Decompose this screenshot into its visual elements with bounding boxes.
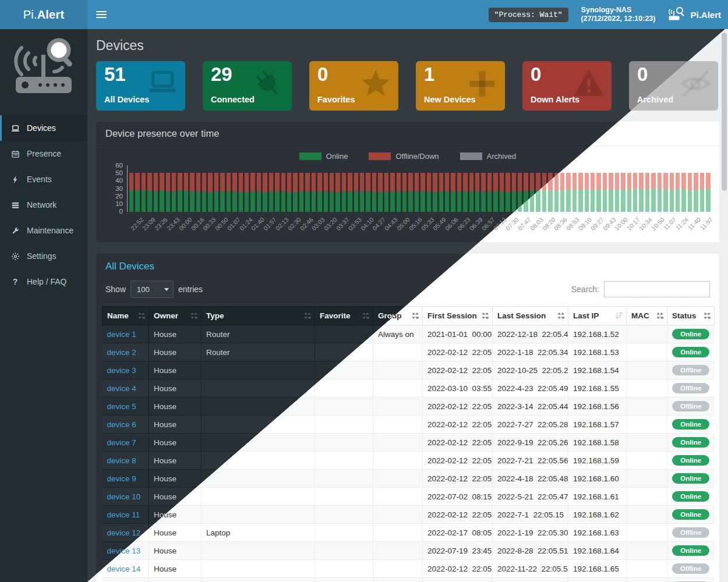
column-header-type[interactable]: Type xyxy=(202,307,315,325)
legend-item-online[interactable]: Online xyxy=(299,152,348,161)
device-name-link[interactable]: device 14 xyxy=(107,565,141,573)
device-name-link[interactable]: device 6 xyxy=(107,420,136,429)
presence-bar xyxy=(500,173,504,212)
device-name-link[interactable]: device 9 xyxy=(107,474,136,483)
x-axis-label-cell: 04:10 xyxy=(359,212,371,241)
favorite-cell xyxy=(315,542,373,560)
column-header-mac[interactable]: MAC xyxy=(627,307,667,325)
table-row: device 5House2022-02-12 22:052022-3-14 2… xyxy=(103,398,715,416)
summary-card-connected[interactable]: 29Connected xyxy=(203,61,292,111)
sidebar-item-settings[interactable]: Settings xyxy=(0,243,87,269)
favorite-cell xyxy=(315,398,373,416)
device-name-link[interactable]: device 4 xyxy=(107,384,136,393)
column-header-favorite[interactable]: Favorite xyxy=(315,307,373,325)
column-header-last-session[interactable]: Last Session xyxy=(493,307,568,325)
device-name-link[interactable]: device 11 xyxy=(107,510,140,519)
online-segment xyxy=(250,191,255,212)
group-cell xyxy=(373,379,423,398)
hamburger-menu-button[interactable] xyxy=(96,11,107,19)
presence-bar xyxy=(700,173,704,212)
entries-select[interactable]: 100 xyxy=(130,281,174,298)
last-ip-cell: 192.168.1.65 xyxy=(568,560,627,578)
presence-bar xyxy=(670,173,674,212)
online-segment xyxy=(427,191,431,212)
column-header-status[interactable]: Status xyxy=(667,307,715,325)
sidebar-item-label: Devices xyxy=(27,123,56,133)
group-cell xyxy=(373,398,423,416)
column-header-owner[interactable]: Owner xyxy=(149,307,202,325)
device-name-link[interactable]: device 2 xyxy=(107,348,136,357)
owner-cell: House xyxy=(149,398,202,416)
online-segment xyxy=(281,191,285,212)
scrollbar-thumb[interactable] xyxy=(722,33,727,191)
last-session-cell: 2022-7-1 22:05.15 xyxy=(493,506,568,524)
brand-logo[interactable]: Pi.Alert xyxy=(0,0,87,29)
online-segment xyxy=(560,190,564,212)
device-name-link[interactable]: device 12 xyxy=(107,528,141,537)
bolt-icon xyxy=(10,175,20,184)
legend-item-offline-down[interactable]: Offline/Down xyxy=(369,152,439,161)
summary-card-favorites[interactable]: 0Favorites xyxy=(309,61,398,111)
offline-segment xyxy=(481,173,485,191)
column-header-group[interactable]: Group xyxy=(373,307,423,325)
online-segment xyxy=(615,190,619,212)
device-name-link[interactable]: device 7 xyxy=(107,438,136,447)
online-segment xyxy=(245,192,249,212)
online-segment xyxy=(524,191,528,212)
online-segment xyxy=(542,190,546,212)
device-name-link[interactable]: device 3 xyxy=(107,366,136,375)
offline-segment xyxy=(330,173,334,191)
sidebar-item-network[interactable]: Network xyxy=(0,192,87,218)
column-header-name[interactable]: Name xyxy=(103,307,149,325)
offline-segment xyxy=(651,173,655,189)
column-header-last-ip[interactable]: Last IP xyxy=(568,307,627,325)
summary-card-all-devices[interactable]: 51All Devices xyxy=(96,61,185,111)
card-value: 0 xyxy=(531,63,541,86)
presence-bar xyxy=(354,173,358,212)
online-segment xyxy=(500,191,504,212)
device-name-link[interactable]: device 13 xyxy=(107,546,141,555)
group-cell xyxy=(373,343,423,361)
sidebar-item-presence[interactable]: Presence xyxy=(0,141,87,166)
sidebar-item-help-faq[interactable]: ?Help / FAQ xyxy=(0,269,87,294)
presence-bar xyxy=(585,173,589,212)
online-segment xyxy=(154,191,158,212)
first-session-cell: 2022-02-12 22:05 xyxy=(423,416,493,434)
device-name-link[interactable]: device 5 xyxy=(107,402,136,411)
card-label: All Devices xyxy=(104,95,149,104)
last-ip-cell: 192.168.1.62 xyxy=(568,506,627,524)
device-name-link[interactable]: device 10 xyxy=(107,492,141,501)
search-input[interactable] xyxy=(604,281,710,297)
offline-segment xyxy=(506,173,510,192)
column-header-first-session[interactable]: First Session xyxy=(423,307,493,325)
summary-card-down-alerts[interactable]: 0Down Alerts xyxy=(522,61,612,111)
entries-label: entries xyxy=(178,285,203,294)
online-segment xyxy=(239,192,243,212)
online-segment xyxy=(439,191,443,212)
online-segment xyxy=(481,191,485,212)
summary-card-new-devices[interactable]: 1New Devices xyxy=(416,61,505,111)
sidebar-item-events[interactable]: Events xyxy=(0,166,87,192)
legend-item-archived[interactable]: Archived xyxy=(460,152,517,161)
legend-swatch xyxy=(460,152,482,160)
summary-card-archived[interactable]: 0Archived xyxy=(629,61,718,111)
presence-bar xyxy=(390,173,394,212)
page-scrollbar[interactable] xyxy=(720,29,728,582)
online-segment xyxy=(147,190,151,212)
device-name-link[interactable]: device 1 xyxy=(107,330,136,339)
column-label: Group xyxy=(378,311,402,320)
device-name-link[interactable]: device 8 xyxy=(107,456,136,465)
sidebar-item-maintenance[interactable]: Maintenance xyxy=(0,218,87,243)
hamburger-icon xyxy=(96,11,107,12)
y-axis-tick: 50 xyxy=(115,170,123,176)
mac-cell xyxy=(627,379,667,398)
favorite-cell xyxy=(315,488,373,506)
presence-bar xyxy=(305,173,309,212)
status-badge: Online xyxy=(672,473,709,484)
table-row: device 8House2022-02-12 22:052022-7-21 2… xyxy=(103,452,715,470)
sidebar-item-devices[interactable]: Devices xyxy=(0,115,87,141)
first-session-cell: 2022-07-19 23:45 xyxy=(423,542,493,560)
card-label: Connected xyxy=(211,95,255,104)
type-cell xyxy=(202,434,315,452)
sidebar-item-label: Network xyxy=(27,200,56,210)
